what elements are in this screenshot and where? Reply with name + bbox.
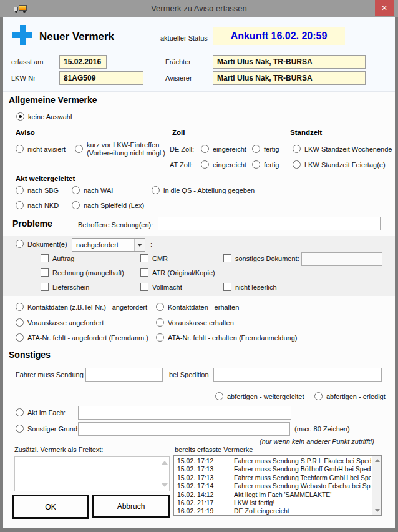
radio-icon [152, 186, 160, 194]
ok-button[interactable]: OK [12, 495, 89, 519]
radio-abfertigen-erledigt[interactable]: abfertigen - erledigt [314, 392, 386, 400]
checkbox-icon [41, 283, 49, 291]
checkbox-atr[interactable]: ATR (Original/Kopie) [140, 268, 215, 277]
radio-at-zoll-fertig[interactable]: fertig [252, 160, 279, 169]
close-button[interactable]: ✕ [375, 0, 394, 16]
chevron-down-icon [137, 244, 142, 247]
triangle-up-icon [375, 459, 380, 462]
radio-vorauskasse-erhalten[interactable]: Vorauskasse erhalten [156, 318, 234, 327]
vertical-scrollbar[interactable] [372, 456, 381, 515]
sonstiger-grund-input[interactable] [78, 422, 290, 436]
scroll-up-icon[interactable] [162, 461, 168, 465]
radio-icon [16, 318, 24, 327]
radio-akt-im-fach[interactable]: Akt im Fach: [16, 408, 66, 416]
radio-icon [252, 145, 260, 153]
list-item[interactable]: 16.02. 14:12Akt liegt im Fach 'SAMMELAKT… [174, 491, 371, 499]
bei-spedition-input[interactable] [213, 368, 382, 382]
radio-nach-spielfeld[interactable]: nach Spielfeld (Lex) [72, 201, 144, 209]
radio-nach-sbg[interactable]: nach SBG [16, 186, 59, 194]
radio-icon [293, 160, 301, 169]
sonstiges-heading: Sonstiges [9, 350, 51, 360]
checkbox-nicht-leserlich[interactable]: nicht leserlich [223, 283, 277, 291]
dropdown-colon: : [150, 240, 152, 248]
entry-time: 15.02. 17:13 [174, 465, 234, 473]
radio-standzeit-wochenende[interactable]: LKW Standzeit Wochenende [293, 145, 392, 153]
radio-kurz-vor-eintreffen[interactable]: kurz vor LKW-Eintreffen (Vorbereitung ni… [75, 141, 165, 157]
checkbox-label: Lieferschein [52, 283, 89, 291]
radio-nicht-avisiert[interactable]: nicht avisiert [16, 145, 66, 153]
scroll-down-button[interactable] [372, 506, 382, 515]
radio-icon [72, 186, 80, 194]
radio-label: nach NKD [27, 202, 59, 209]
lkw-nr-label: LKW-Nr [11, 74, 36, 82]
radio-nach-wai[interactable]: nach WAI [72, 186, 113, 194]
vermerke-listbox[interactable]: 15.02. 17:12Fahrer muss Sendung S.P.R.L … [173, 455, 382, 516]
plus-icon [12, 25, 32, 45]
radio-sonstiger-grund[interactable]: Sonstiger Grund: [16, 425, 79, 433]
checkbox-label: Vollmacht [152, 283, 182, 291]
radio-at-zoll-eingereicht[interactable]: eingereicht [201, 160, 246, 169]
fahrer-sendung-input[interactable] [85, 368, 163, 382]
radio-kontaktdaten-erhalten[interactable]: Kontaktdaten - erhalten [156, 303, 239, 311]
dokument-dropdown[interactable]: nachgefordert [72, 238, 145, 252]
erfasste-vermerke-label: bereits erfasste Vermerke [175, 446, 253, 453]
entry-text: Fahrer muss Sendung Techform GmbH bei Sp… [234, 474, 371, 482]
list-item[interactable]: 15.02. 17:13Fahrer muss Sendung Techform… [174, 474, 371, 482]
sonstiges-dokument-input[interactable] [301, 252, 382, 266]
freitext-label: Zusätzl. Vermerk als Freitext: [14, 446, 103, 453]
radio-ata-erhalten[interactable]: ATA-Nr. fehlt - erhalten (Fremdanmeldung… [156, 333, 297, 342]
radio-icon [16, 333, 24, 342]
scroll-down-icon[interactable] [162, 483, 168, 487]
erfasst-am-field[interactable]: 15.02.2016 [59, 55, 107, 69]
title-bar: Vermerk zu Aviso erfassen ✕ [0, 0, 398, 17]
radio-icon [16, 112, 24, 121]
list-item[interactable]: 16.02. 21:19DE Zoll eingereicht [174, 507, 371, 515]
radio-vorauskasse-angefordert[interactable]: Vorauskasse angefordert [16, 318, 104, 327]
checkbox-sonstiges-dokument[interactable]: sonstiges Dokument: [223, 254, 299, 262]
radio-icon [16, 408, 24, 416]
status-value: Ankunft 16.02. 20:59 [213, 27, 345, 45]
checkbox-icon [140, 268, 148, 277]
checkbox-lieferschein[interactable]: Lieferschein [41, 283, 89, 291]
checkbox-vollmacht[interactable]: Vollmacht [140, 283, 182, 291]
radio-label: ATA-Nr. fehlt - angefordert (Fremdanm.) [27, 334, 148, 342]
list-item[interactable]: 15.02. 17:14Fahrer muss Sendung Webasto … [174, 482, 371, 490]
avisierer-field[interactable]: Marti Ulus Nak, TR-BURSA [213, 71, 366, 85]
freitext-textarea[interactable] [14, 456, 170, 491]
scroll-up-button[interactable] [372, 456, 382, 465]
radio-nach-nkd[interactable]: nach NKD [16, 201, 59, 209]
lkw-nr-field[interactable]: 81AG509 [59, 71, 143, 85]
list-item[interactable]: 15.02. 17:12Fahrer muss Sendung S.P.R.L … [174, 457, 371, 465]
betroffene-sendungen-input[interactable] [158, 217, 381, 230]
checkbox-label: CMR [152, 255, 168, 262]
radio-icon [16, 186, 24, 194]
list-item[interactable]: 15.02. 17:13Fahrer muss Sendung Böllhoff… [174, 465, 371, 473]
akt-im-fach-input[interactable] [78, 406, 291, 420]
radio-de-zoll-fertig[interactable]: fertig [252, 145, 279, 153]
radio-standzeit-feiertag[interactable]: LKW Standzeit Feiertag(e) [293, 160, 386, 169]
list-item[interactable]: 16.02. 21:17LKW ist fertig! [174, 499, 371, 507]
erfasst-am-label: erfasst am [11, 58, 43, 66]
entry-text: Fahrer muss Sendung Böllhoff GmbH bei Sp… [234, 465, 371, 473]
checkbox-auftrag[interactable]: Auftrag [41, 254, 74, 262]
radio-ata-angefordert[interactable]: ATA-Nr. fehlt - angefordert (Fremdanm.) [16, 333, 148, 342]
entry-text: Fahrer muss Sendung S.P.R.L Ekatex bei S… [234, 457, 371, 465]
radio-label: LKW Standzeit Feiertag(e) [304, 161, 386, 169]
close-icon: ✕ [381, 4, 387, 12]
checkbox-rechnung[interactable]: Rechnung (mangelhaft) [41, 268, 124, 277]
radio-keine-auswahl[interactable]: keine Auswahl [16, 112, 72, 121]
radio-de-zoll-eingereicht[interactable]: eingereicht [201, 145, 246, 153]
radio-dokumente[interactable]: Dokument(e) [16, 240, 67, 248]
radio-kontaktdaten-angefordert[interactable]: Kontaktdaten (z.B.Tel-Nr.) - angefordert [16, 303, 147, 311]
radio-abfertigen-weitergeleitet[interactable]: abfertigen - weitergeleitet [215, 392, 304, 400]
radio-label: fertig [264, 161, 279, 169]
section-title: Neuer Vermerk [39, 31, 114, 43]
fraechter-field[interactable]: Marti Ulus Nak, TR-BURSA [213, 55, 366, 69]
fahrer-muss-sendung-label: Fahrer muss Sendung [16, 371, 84, 378]
radio-qs-abteilung[interactable]: in die QS - Abteilung gegeben [152, 186, 255, 194]
checkbox-cmr[interactable]: CMR [140, 254, 168, 262]
abbruch-button[interactable]: Abbruch [92, 495, 170, 518]
dropdown-arrow-button[interactable] [134, 239, 145, 251]
radio-icon [215, 392, 223, 400]
zoll-heading: Zoll [172, 129, 185, 136]
